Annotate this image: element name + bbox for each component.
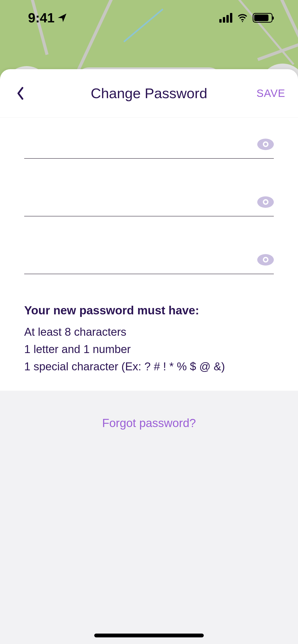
toggle-visibility-confirm[interactable] xyxy=(257,254,274,266)
chevron-left-icon xyxy=(16,86,25,100)
battery-icon xyxy=(253,13,273,23)
rule-item: At least 8 characters xyxy=(24,323,274,341)
status-icons xyxy=(219,12,273,23)
cellular-icon xyxy=(219,13,232,23)
rules-list: At least 8 characters 1 letter and 1 num… xyxy=(24,323,274,375)
wifi-icon xyxy=(237,12,248,23)
eye-icon xyxy=(263,141,268,147)
home-indicator[interactable] xyxy=(94,634,204,637)
page-title: Change Password xyxy=(91,85,207,101)
location-icon xyxy=(57,13,67,23)
back-button[interactable] xyxy=(13,86,28,101)
eye-icon xyxy=(263,257,268,262)
status-time: 9:41 xyxy=(28,10,67,25)
current-password-input[interactable] xyxy=(24,138,252,151)
sheet-header: Change Password SAVE xyxy=(0,69,298,118)
rule-item: 1 special character (Ex: ? # ! * % $ @ &… xyxy=(24,358,274,375)
toggle-visibility-new[interactable] xyxy=(257,196,274,208)
save-button[interactable]: SAVE xyxy=(256,87,285,99)
lower-area: Forgot password? xyxy=(0,391,298,644)
confirm-password-input[interactable] xyxy=(24,253,252,266)
confirm-password-field xyxy=(24,253,274,274)
sheet: Change Password SAVE Your new password m… xyxy=(0,69,298,644)
new-password-field xyxy=(24,196,274,216)
password-rules: Your new password must have: At least 8 … xyxy=(24,303,274,375)
current-password-field xyxy=(24,138,274,159)
eye-icon xyxy=(263,199,268,205)
forgot-password-link[interactable]: Forgot password? xyxy=(102,416,196,430)
toggle-visibility-current[interactable] xyxy=(257,139,274,150)
status-bar: 9:41 xyxy=(0,0,298,36)
rule-item: 1 letter and 1 number xyxy=(24,341,274,358)
rules-title: Your new password must have: xyxy=(24,303,274,317)
password-form: Your new password must have: At least 8 … xyxy=(0,118,298,391)
status-time-text: 9:41 xyxy=(28,10,55,25)
new-password-input[interactable] xyxy=(24,196,252,208)
svg-point-0 xyxy=(242,21,243,22)
